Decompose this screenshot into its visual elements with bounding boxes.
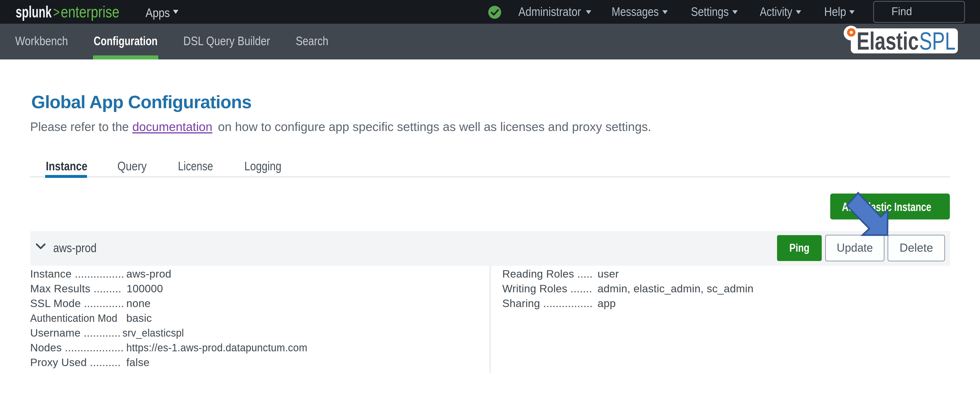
- svg-text:Instance ................: Instance ................: [30, 268, 124, 280]
- svg-text:Ping: Ping: [789, 241, 810, 254]
- svg-text:SPL: SPL: [919, 27, 956, 55]
- svg-text:Reading Roles .....: Reading Roles .....: [502, 268, 593, 280]
- svg-text:Username ............: Username ............: [30, 327, 121, 339]
- svg-text:Sharing ................: Sharing ................: [502, 297, 593, 309]
- svg-text:Settings: Settings: [691, 5, 729, 19]
- svg-text:Help: Help: [824, 5, 846, 19]
- svg-text:Global App Configurations: Global App Configurations: [31, 92, 251, 112]
- svg-text:Query: Query: [117, 159, 146, 173]
- svg-text:documentation: documentation: [132, 120, 212, 133]
- svg-text:100000: 100000: [127, 283, 163, 295]
- svg-text:enterprise: enterprise: [61, 3, 119, 21]
- svg-text:Search: Search: [296, 34, 328, 48]
- svg-text:aws-prod: aws-prod: [53, 241, 97, 255]
- svg-text:none: none: [126, 297, 151, 309]
- svg-text:License: License: [178, 159, 213, 173]
- svg-text:Find: Find: [891, 5, 912, 17]
- svg-text:Configuration: Configuration: [94, 34, 158, 48]
- svg-text:Max Results .........: Max Results .........: [30, 283, 121, 295]
- svg-text:app: app: [598, 297, 616, 309]
- svg-text:user: user: [598, 268, 619, 280]
- svg-text:Messages: Messages: [612, 5, 659, 19]
- svg-text:Proxy Used ..........: Proxy Used ..........: [30, 356, 121, 368]
- svg-text:Workbench: Workbench: [15, 34, 68, 48]
- svg-text:Activity: Activity: [760, 5, 792, 19]
- svg-text:>: >: [53, 4, 60, 20]
- svg-text:DSL Query Builder: DSL Query Builder: [183, 34, 270, 48]
- svg-text:Authentication Mod: Authentication Mod: [30, 312, 117, 324]
- svg-text:Please refer to the: Please refer to the: [30, 120, 129, 133]
- svg-text:on how to configure app specif: on how to configure app specific setting…: [218, 120, 651, 133]
- svg-text:Apps: Apps: [146, 6, 170, 20]
- svg-text:Writing Roles .......: Writing Roles .......: [502, 283, 592, 295]
- svg-text:splunk: splunk: [16, 3, 52, 21]
- svg-text:false: false: [126, 356, 150, 368]
- svg-text:Elastic: Elastic: [857, 27, 919, 55]
- svg-text:basic: basic: [126, 312, 152, 324]
- svg-text:https://es-1.aws-prod.datapunc: https://es-1.aws-prod.datapunctum.com: [126, 342, 307, 354]
- svg-text:Nodes ...................: Nodes ...................: [30, 342, 124, 354]
- svg-text:SSL Mode .............: SSL Mode .............: [30, 297, 124, 309]
- svg-text:admin, elastic_admin, sc_admin: admin, elastic_admin, sc_admin: [598, 283, 754, 295]
- svg-text:Delete: Delete: [899, 241, 933, 254]
- svg-text:Update: Update: [837, 241, 873, 254]
- svg-text:Administrator: Administrator: [519, 5, 581, 19]
- svg-text:aws-prod: aws-prod: [126, 268, 171, 280]
- svg-text:Instance: Instance: [46, 159, 88, 173]
- svg-text:Logging: Logging: [244, 159, 282, 173]
- svg-text:srv_elasticspl: srv_elasticspl: [123, 327, 184, 339]
